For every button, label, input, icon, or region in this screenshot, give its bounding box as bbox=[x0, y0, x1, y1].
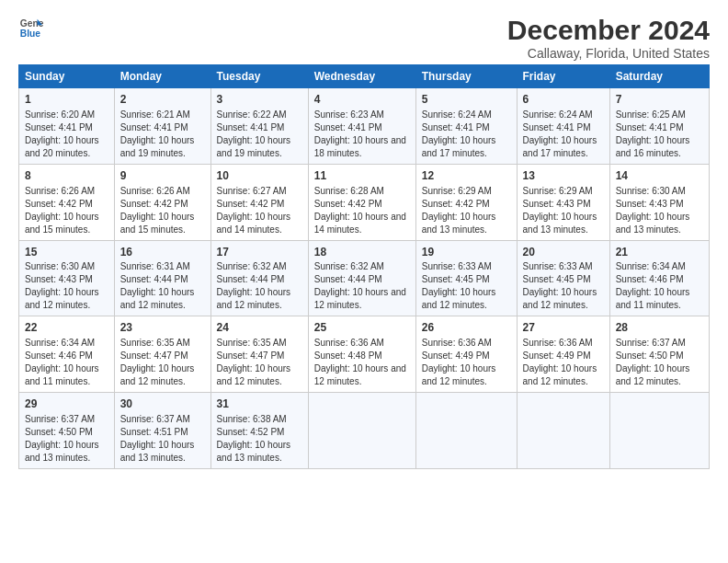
week-row-1: 1Sunrise: 6:20 AMSunset: 4:41 PMDaylight… bbox=[19, 88, 710, 165]
col-header-thursday: Thursday bbox=[415, 65, 517, 88]
day-number: 26 bbox=[422, 320, 511, 336]
logo: General Blue bbox=[18, 15, 44, 40]
calendar-cell: 3Sunrise: 6:22 AMSunset: 4:41 PMDaylight… bbox=[210, 88, 308, 165]
logo-icon: General Blue bbox=[18, 15, 44, 40]
calendar-cell: 15Sunrise: 6:30 AMSunset: 4:43 PMDayligh… bbox=[19, 240, 115, 316]
day-number: 23 bbox=[120, 320, 205, 336]
calendar-cell: 23Sunrise: 6:35 AMSunset: 4:47 PMDayligh… bbox=[114, 316, 210, 393]
calendar-cell: 29Sunrise: 6:37 AMSunset: 4:50 PMDayligh… bbox=[19, 393, 115, 469]
week-row-2: 8Sunrise: 6:26 AMSunset: 4:42 PMDaylight… bbox=[19, 164, 710, 240]
day-number: 25 bbox=[314, 320, 410, 336]
day-number: 12 bbox=[422, 168, 511, 184]
calendar-cell: 14Sunrise: 6:30 AMSunset: 4:43 PMDayligh… bbox=[609, 164, 709, 240]
day-number: 15 bbox=[25, 245, 108, 260]
header: General Blue December 2024 Callaway, Flo… bbox=[18, 15, 710, 61]
day-number: 2 bbox=[120, 92, 205, 108]
calendar-cell: 18Sunrise: 6:32 AMSunset: 4:44 PMDayligh… bbox=[308, 240, 415, 316]
calendar-cell: 2Sunrise: 6:21 AMSunset: 4:41 PMDaylight… bbox=[114, 88, 210, 165]
calendar-cell: 22Sunrise: 6:34 AMSunset: 4:46 PMDayligh… bbox=[19, 316, 115, 393]
calendar-cell: 11Sunrise: 6:28 AMSunset: 4:42 PMDayligh… bbox=[308, 164, 415, 240]
day-number: 18 bbox=[314, 245, 410, 260]
day-number: 17 bbox=[217, 245, 302, 260]
page-container: General Blue December 2024 Callaway, Flo… bbox=[0, 0, 728, 478]
calendar-cell: 6Sunrise: 6:24 AMSunset: 4:41 PMDaylight… bbox=[517, 88, 609, 165]
calendar-cell: 25Sunrise: 6:36 AMSunset: 4:48 PMDayligh… bbox=[308, 316, 415, 393]
col-header-monday: Monday bbox=[114, 65, 210, 88]
svg-text:Blue: Blue bbox=[20, 29, 41, 39]
col-header-saturday: Saturday bbox=[609, 65, 709, 88]
day-number: 19 bbox=[422, 245, 511, 260]
subtitle: Callaway, Florida, United States bbox=[507, 46, 710, 61]
day-number: 27 bbox=[523, 320, 604, 336]
calendar-cell: 5Sunrise: 6:24 AMSunset: 4:41 PMDaylight… bbox=[415, 88, 517, 165]
calendar-cell: 7Sunrise: 6:25 AMSunset: 4:41 PMDaylight… bbox=[609, 88, 709, 165]
calendar-cell: 10Sunrise: 6:27 AMSunset: 4:42 PMDayligh… bbox=[210, 164, 308, 240]
day-number: 30 bbox=[120, 396, 205, 412]
day-number: 3 bbox=[217, 92, 302, 108]
week-row-3: 15Sunrise: 6:30 AMSunset: 4:43 PMDayligh… bbox=[19, 240, 710, 316]
day-number: 16 bbox=[120, 245, 205, 260]
calendar-cell: 4Sunrise: 6:23 AMSunset: 4:41 PMDaylight… bbox=[308, 88, 415, 165]
day-number: 5 bbox=[422, 92, 511, 108]
day-number: 10 bbox=[217, 168, 302, 184]
day-number: 21 bbox=[616, 245, 703, 260]
day-number: 1 bbox=[25, 92, 108, 108]
day-number: 13 bbox=[523, 168, 604, 184]
calendar-header-row: SundayMondayTuesdayWednesdayThursdayFrid… bbox=[19, 65, 710, 88]
col-header-tuesday: Tuesday bbox=[210, 65, 308, 88]
calendar-cell: 16Sunrise: 6:31 AMSunset: 4:44 PMDayligh… bbox=[114, 240, 210, 316]
day-number: 22 bbox=[25, 320, 108, 336]
calendar-cell: 9Sunrise: 6:26 AMSunset: 4:42 PMDaylight… bbox=[114, 164, 210, 240]
day-number: 14 bbox=[616, 168, 703, 184]
calendar-cell: 30Sunrise: 6:37 AMSunset: 4:51 PMDayligh… bbox=[114, 393, 210, 469]
day-number: 9 bbox=[120, 168, 205, 184]
calendar-cell: 28Sunrise: 6:37 AMSunset: 4:50 PMDayligh… bbox=[609, 316, 709, 393]
calendar-cell: 8Sunrise: 6:26 AMSunset: 4:42 PMDaylight… bbox=[19, 164, 115, 240]
day-number: 31 bbox=[217, 396, 302, 412]
calendar-cell bbox=[609, 393, 709, 469]
calendar-cell: 21Sunrise: 6:34 AMSunset: 4:46 PMDayligh… bbox=[609, 240, 709, 316]
day-number: 7 bbox=[616, 92, 703, 108]
calendar-cell: 24Sunrise: 6:35 AMSunset: 4:47 PMDayligh… bbox=[210, 316, 308, 393]
day-number: 4 bbox=[314, 92, 410, 108]
col-header-wednesday: Wednesday bbox=[308, 65, 415, 88]
calendar-cell bbox=[517, 393, 609, 469]
day-number: 20 bbox=[523, 245, 604, 260]
week-row-4: 22Sunrise: 6:34 AMSunset: 4:46 PMDayligh… bbox=[19, 316, 710, 393]
col-header-sunday: Sunday bbox=[19, 65, 115, 88]
main-title: December 2024 bbox=[507, 15, 710, 46]
calendar-cell: 1Sunrise: 6:20 AMSunset: 4:41 PMDaylight… bbox=[19, 88, 115, 165]
calendar-table: SundayMondayTuesdayWednesdayThursdayFrid… bbox=[18, 64, 710, 469]
col-header-friday: Friday bbox=[517, 65, 609, 88]
calendar-cell: 26Sunrise: 6:36 AMSunset: 4:49 PMDayligh… bbox=[415, 316, 517, 393]
calendar-cell: 27Sunrise: 6:36 AMSunset: 4:49 PMDayligh… bbox=[517, 316, 609, 393]
title-block: December 2024 Callaway, Florida, United … bbox=[507, 15, 710, 61]
calendar-cell: 20Sunrise: 6:33 AMSunset: 4:45 PMDayligh… bbox=[517, 240, 609, 316]
day-number: 8 bbox=[25, 168, 108, 184]
week-row-5: 29Sunrise: 6:37 AMSunset: 4:50 PMDayligh… bbox=[19, 393, 710, 469]
calendar-cell: 17Sunrise: 6:32 AMSunset: 4:44 PMDayligh… bbox=[210, 240, 308, 316]
day-number: 29 bbox=[25, 396, 108, 412]
calendar-cell bbox=[415, 393, 517, 469]
calendar-cell: 12Sunrise: 6:29 AMSunset: 4:42 PMDayligh… bbox=[415, 164, 517, 240]
day-number: 28 bbox=[616, 320, 703, 336]
day-number: 6 bbox=[523, 92, 604, 108]
day-number: 11 bbox=[314, 168, 410, 184]
calendar-cell: 19Sunrise: 6:33 AMSunset: 4:45 PMDayligh… bbox=[415, 240, 517, 316]
calendar-cell bbox=[308, 393, 415, 469]
day-number: 24 bbox=[217, 320, 302, 336]
calendar-cell: 13Sunrise: 6:29 AMSunset: 4:43 PMDayligh… bbox=[517, 164, 609, 240]
calendar-cell: 31Sunrise: 6:38 AMSunset: 4:52 PMDayligh… bbox=[210, 393, 308, 469]
